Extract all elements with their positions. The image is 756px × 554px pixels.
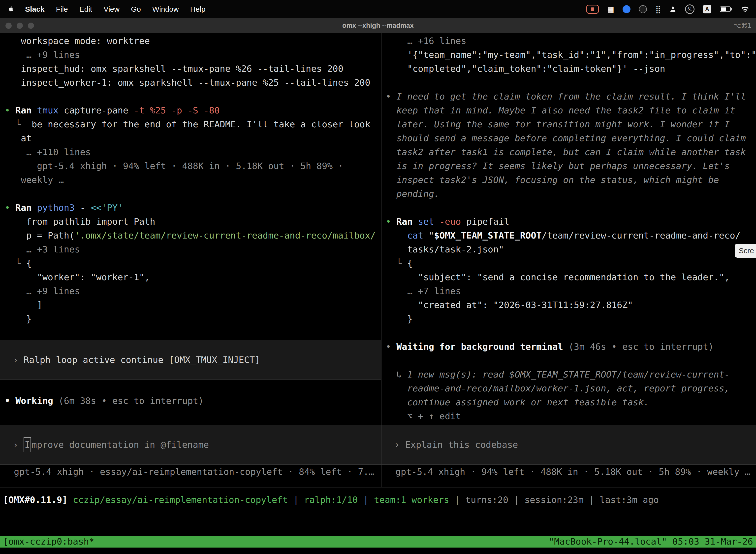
terminal-line [0,326,381,340]
person-icon[interactable] [669,5,677,13]
text-segment: tmux [37,105,64,115]
text-segment: keep that in mind. Maybe I also need the… [386,105,735,115]
window-title-bar: omx --xhigh --madmax ⌥⌘1 [0,18,756,33]
right-terminal-pane: … +16 lines '{"team_name":"my-team","tas… [381,33,756,487]
text-segment: Waiting for background terminal [396,341,568,352]
screen-recording-stop-icon[interactable] [586,5,599,14]
menu-items: Slack File Edit View Go Window Help [0,5,205,13]
tmux-status-bar: [omx-cczip0:bash* "MacBook-Pro-44.local"… [0,536,756,548]
terminal-line: keep that in mind. Maybe I also need the… [381,104,756,117]
dots-grid-icon[interactable]: ⣿ [655,5,661,14]
terminal-content: workspace_mode: worktree … +9 lines insp… [0,33,756,488]
text-segment: • [5,105,15,115]
text-segment: from pathlib import Path [5,216,155,227]
prompt-input-right[interactable]: › Explain this codebase [381,425,756,465]
terminal-line: } [0,312,381,326]
left-session-status: gpt-5.4 xhigh · essay/ai-reimplementatio… [0,465,381,479]
terminal-line: workspace_mode: worktree [0,34,381,48]
text-segment: "worker": "worker-1", [5,272,150,282]
text-segment: • [386,91,396,102]
terminal-line: "created_at": "2026-03-31T11:59:27.816Z" [381,298,756,312]
battery-percentage-icon[interactable]: 61 [685,4,694,14]
battery-fill [721,7,726,11]
terminal-line: later. Using the same for transition mig… [381,117,756,131]
terminal-line: ↳ 1 new msg(s): read $OMX_TEAM_STATE_ROO… [381,368,756,382]
menu-go[interactable]: Go [131,5,141,13]
text-segment: pending. [386,189,440,199]
terminal-line: • Waiting for background terminal (3m 46… [381,340,756,354]
terminal-line: task2 after task1 is complete, but can I… [381,145,756,159]
text-segment: … +16 lines [386,36,466,46]
menu-view[interactable]: View [104,5,119,13]
text-segment: › [13,438,23,452]
text-segment: at [5,133,32,143]
text-segment: task2 after task1 is complete, but can I… [386,147,746,157]
terminal-line: '{"team_name":"my-team","task_id":"1","f… [381,48,756,62]
prompt-input-left[interactable]: › Improve documentation in @filename [0,425,381,465]
app-menu-slack[interactable]: Slack [25,5,44,13]
menu-help[interactable]: Help [190,5,206,13]
terminal-line: from pathlib import Path [0,215,381,229]
wifi-icon[interactable] [741,6,750,13]
menu-edit[interactable]: Edit [79,5,92,13]
text-segment: $OMX_TEAM_STATE_ROOT [434,230,542,240]
terminal-line: • Ran set -euo pipefail [381,215,756,229]
text-segment: | [358,495,374,505]
text-segment: inspect_hud: omx sparkshell --tmux-pane … [5,63,343,74]
text-segment: └ [386,258,407,268]
text-segment: '{"team_name":"my-team","task_id":"1","f… [386,50,756,60]
minimize-button[interactable] [17,22,23,29]
blue-dot-icon [623,5,630,13]
text-segment: … +9 lines [5,286,80,296]
apple-menu-icon[interactable] [8,6,14,12]
text-segment: gpt-5.4 xhigh · 94% left · 488K in · 5.1… [395,466,750,477]
terminal-line: "completed","claim_token":"claim-token"}… [381,62,756,76]
screen-edge-tooltip[interactable]: Scre [735,244,756,258]
terminal-line [381,201,756,215]
text-segment: … +3 lines [5,244,80,255]
terminal-line: p = Path('.omx/state/team/review-current… [0,229,381,242]
right-session-status: gpt-5.4 xhigh · 94% left · 488K in · 5.1… [381,465,756,479]
text-segment: /team/review-current-readme-and-reco/ [542,230,741,240]
input-source-icon[interactable]: A [703,5,711,13]
terminal-line: └ be necessary for the end of the README… [0,117,381,131]
ralph-loop-banner[interactable]: › Ralph loop active continue [OMX_TMUX_I… [0,340,381,380]
dark-app-icon[interactable] [639,5,647,13]
text-segment: Ran [396,216,418,227]
text-segment: '.omx/state/team/review-current-readme-a… [75,230,376,240]
menu-window[interactable]: Window [152,5,179,13]
text-segment: • [386,341,396,352]
text-segment: [OMX#0.11.9] [3,495,73,505]
terminal-line: tasks/task-2.json" [381,242,756,257]
terminal-line: gpt-5.4 xhigh · 94% left · 488K in · 5.1… [0,159,381,173]
terminal-line: … +110 lines [0,145,381,159]
text-segment: "subject": "send a concise recommendatio… [386,272,730,282]
zoom-button[interactable] [28,22,34,29]
text-segment: should send a message before completing … [386,133,746,143]
text-segment: (6m 38s • esc to interrupt) [59,396,204,406]
text-segment: gpt-5.4 xhigh · 94% left · 488K in · 5.1… [5,161,343,171]
text-segment: Ralph loop active continue [OMX_TMUX_INJ… [23,353,260,367]
left-terminal-pane: workspace_mode: worktree … +9 lines insp… [0,33,381,487]
text-segment: mprove documentation in @filename [32,438,209,452]
terminal-line [381,76,756,90]
text-segment: inspect_worker-1: omx sparkshell --tmux-… [5,77,370,88]
text-segment: … +9 lines [5,50,80,60]
terminal-line: at [0,131,381,145]
text-segment: cczip/essay/ai-reimplementation-copyleft [73,495,288,505]
text-segment: " [429,230,434,240]
menu-file[interactable]: File [56,5,68,13]
text-segment: • [5,203,15,213]
text-segment: ralph:1/10 [304,495,358,505]
blue-app-icon[interactable] [623,5,630,13]
text-segment: <<'PY' [91,203,123,213]
text-segment: } [386,314,413,324]
terminal-line: ⌥ + ↑ edit [381,409,756,423]
battery-icon[interactable] [720,6,732,12]
grid-app-icon[interactable]: ▦ [607,5,614,14]
terminal-line: … +3 lines [0,242,381,257]
close-button[interactable] [5,22,12,29]
terminal-line: └ { [381,257,756,270]
terminal-line [381,326,756,340]
terminal-line: } [381,312,756,326]
